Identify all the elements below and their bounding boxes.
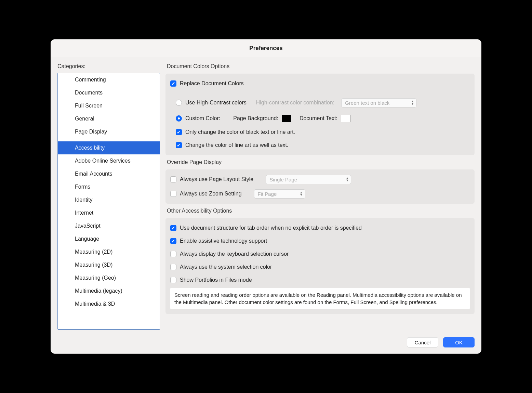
- checkbox-assistive[interactable]: [170, 238, 176, 244]
- button-bar: Cancel OK: [51, 334, 481, 354]
- sidebar-item-multimedia-legacy[interactable]: Multimedia (legacy): [58, 284, 160, 297]
- preferences-window: Preferences Categories: Commenting Docum…: [51, 39, 481, 354]
- sidebar-item-page-display[interactable]: Page Display: [58, 125, 160, 138]
- sidebar-item-full-screen[interactable]: Full Screen: [58, 99, 160, 112]
- sidebar-item-language[interactable]: Language: [58, 232, 160, 245]
- ok-button[interactable]: OK: [443, 337, 475, 347]
- select-hc-combo-value: Green text on black: [345, 100, 389, 106]
- section-title-doc-colors: Document Colors Options: [167, 63, 475, 69]
- chevron-updown-icon: ▲▼: [346, 177, 349, 182]
- sidebar-item-accessibility[interactable]: Accessibility: [58, 141, 160, 154]
- label-page-bg: Page Background:: [233, 115, 278, 122]
- checkbox-replace-colors[interactable]: [170, 80, 176, 87]
- sidebar-item-forms[interactable]: Forms: [58, 180, 160, 193]
- swatch-page-background[interactable]: [282, 115, 291, 122]
- sidebar-item-internet[interactable]: Internet: [58, 206, 160, 219]
- select-page-layout[interactable]: Single Page ▲▼: [266, 175, 351, 184]
- select-hc-combo[interactable]: Green text on black ▲▼: [341, 98, 416, 107]
- label-keyboard-cursor: Always display the keyboard selection cu…: [180, 251, 289, 257]
- content: Document Colors Options Replace Document…: [165, 63, 475, 330]
- sidebar-item-commenting[interactable]: Commenting: [58, 73, 160, 86]
- checkbox-zoom[interactable]: [170, 191, 176, 197]
- sidebar-item-documents[interactable]: Documents: [58, 86, 160, 99]
- label-assistive: Enable assistive technology support: [180, 238, 267, 244]
- section-title-override: Override Page Display: [167, 159, 475, 165]
- sidebar-item-multimedia-3d[interactable]: Multimedia & 3D: [58, 297, 160, 310]
- checkbox-only-black[interactable]: [176, 129, 182, 135]
- checkbox-line-art[interactable]: [176, 142, 182, 148]
- sidebar-item-measuring-2d[interactable]: Measuring (2D): [58, 245, 160, 258]
- label-line-art: Change the color of line art as well as …: [185, 142, 289, 148]
- sidebar-title: Categories:: [57, 63, 160, 69]
- select-page-layout-value: Single Page: [269, 177, 297, 182]
- label-hc-combo: High-contrast color combination:: [256, 100, 334, 106]
- swatch-document-text[interactable]: [341, 115, 350, 122]
- label-portfolios: Show Portfolios in Files mode: [180, 277, 252, 283]
- sidebar: Categories: Commenting Documents Full Sc…: [57, 63, 160, 330]
- checkbox-system-color[interactable]: [170, 264, 176, 270]
- label-tab-order: Use document structure for tab order whe…: [180, 225, 362, 231]
- select-zoom[interactable]: Fit Page ▲▼: [254, 189, 305, 199]
- label-page-layout: Always use Page Layout Style: [180, 176, 253, 182]
- sidebar-item-measuring-3d[interactable]: Measuring (3D): [58, 258, 160, 271]
- window-title: Preferences: [51, 39, 481, 57]
- label-custom-color: Custom Color:: [185, 115, 220, 122]
- label-doc-text: Document Text:: [300, 115, 337, 122]
- chevron-updown-icon: ▲▼: [411, 100, 414, 105]
- sidebar-item-identity[interactable]: Identity: [58, 193, 160, 206]
- cancel-button[interactable]: Cancel: [407, 337, 438, 347]
- sidebar-item-general[interactable]: General: [58, 112, 160, 125]
- info-text: Screen reading and reading order options…: [170, 288, 470, 309]
- checkbox-page-layout[interactable]: [170, 176, 176, 182]
- sidebar-item-javascript[interactable]: JavaScript: [58, 219, 160, 232]
- checkbox-portfolios[interactable]: [170, 277, 176, 283]
- sidebar-item-email-accounts[interactable]: Email Accounts: [58, 167, 160, 180]
- radio-custom-color[interactable]: [176, 115, 182, 122]
- label-zoom: Always use Zoom Setting: [180, 191, 242, 197]
- radio-high-contrast[interactable]: [176, 100, 182, 106]
- label-only-black: Only change the color of black text or l…: [185, 129, 295, 135]
- chevron-updown-icon: ▲▼: [300, 191, 303, 196]
- section-title-other: Other Accessibility Options: [167, 208, 475, 214]
- label-high-contrast: Use High-Contrast colors: [185, 100, 247, 106]
- panel-doc-colors: Replace Document Colors Use High-Contras…: [165, 74, 475, 155]
- panel-override: Always use Page Layout Style Single Page…: [165, 169, 475, 204]
- main-area: Categories: Commenting Documents Full Sc…: [51, 57, 481, 334]
- checkbox-tab-order[interactable]: [170, 225, 176, 231]
- categories-list[interactable]: Commenting Documents Full Screen General…: [57, 73, 160, 330]
- checkbox-keyboard-cursor[interactable]: [170, 251, 176, 257]
- label-system-color: Always use the system selection color: [180, 264, 272, 270]
- sidebar-item-measuring-geo[interactable]: Measuring (Geo): [58, 271, 160, 284]
- sidebar-separator: [68, 140, 149, 140]
- panel-other: Use document structure for tab order whe…: [165, 218, 475, 314]
- label-replace-colors: Replace Document Colors: [180, 80, 244, 87]
- select-zoom-value: Fit Page: [258, 191, 277, 197]
- sidebar-item-adobe-online[interactable]: Adobe Online Services: [58, 154, 160, 167]
